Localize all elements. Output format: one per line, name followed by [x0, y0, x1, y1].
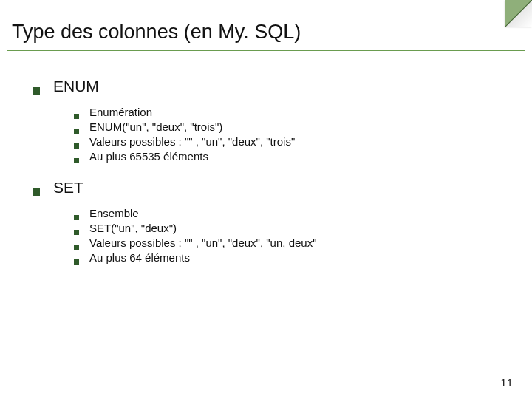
square-bullet-icon [74, 143, 79, 149]
slide-title: Type des colonnes (en My. SQL) [12, 21, 520, 44]
list-item-label: Enumération [89, 106, 152, 118]
list-item-label: Au plus 65535 éléments [89, 150, 208, 163]
list-item-label: Ensemble [89, 207, 139, 219]
list-item: Au plus 65535 éléments [74, 150, 517, 163]
list-item-label: SET("un", "deux") [89, 222, 177, 234]
list-item: Au plus 64 éléments [74, 251, 517, 264]
square-bullet-icon [74, 114, 79, 119]
section-heading: ENUM [33, 78, 517, 95]
square-bullet-icon [33, 188, 40, 196]
list-item-label: ENUM("un", "deux", "trois") [89, 120, 222, 133]
section-items: Ensemble SET("un", "deux") Valeurs possi… [74, 207, 517, 264]
square-bullet-icon [74, 215, 79, 220]
page-fold-decoration [505, 0, 532, 27]
square-bullet-icon [74, 158, 79, 163]
section-heading: SET [33, 179, 517, 197]
list-item: Enumération [74, 106, 517, 118]
content-area: ENUM Enumération ENUM("un", "deux", "tro… [0, 51, 532, 264]
list-item-label: Valeurs possibles : "" , "un", "deux", "… [89, 236, 316, 249]
square-bullet-icon [74, 259, 79, 265]
square-bullet-icon [74, 245, 79, 250]
square-bullet-icon [33, 87, 40, 95]
list-item: ENUM("un", "deux", "trois") [74, 120, 517, 133]
list-item-label: Valeurs possibles : "" , "un", "deux", "… [89, 135, 295, 148]
title-underline: Type des colonnes (en My. SQL) [7, 18, 525, 51]
list-item-label: Au plus 64 éléments [89, 251, 190, 264]
list-item: Valeurs possibles : "" , "un", "deux", "… [74, 135, 517, 148]
section-heading-label: ENUM [53, 78, 99, 95]
section-heading-label: SET [53, 179, 83, 197]
list-item: SET("un", "deux") [74, 222, 517, 234]
square-bullet-icon [74, 230, 79, 235]
page-number: 11 [500, 376, 513, 389]
title-container: Type des colonnes (en My. SQL) [7, 18, 525, 51]
section-items: Enumération ENUM("un", "deux", "trois") … [74, 106, 517, 163]
square-bullet-icon [74, 129, 79, 134]
list-item: Ensemble [74, 207, 517, 219]
list-item: Valeurs possibles : "" , "un", "deux", "… [74, 236, 517, 249]
